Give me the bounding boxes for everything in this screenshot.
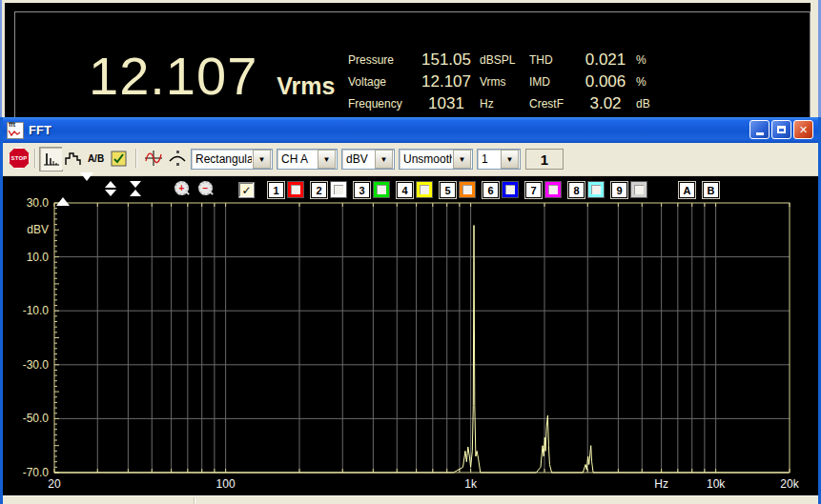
- chevron-down-icon[interactable]: ▼: [453, 150, 471, 169]
- svg-text:-10.0: -10.0: [23, 304, 50, 317]
- overlay-curve-3-button[interactable]: 3: [354, 182, 370, 198]
- overlay-curve-7-color-swatch[interactable]: [545, 182, 561, 197]
- svg-text:-30.0: -30.0: [23, 358, 50, 372]
- chevron-down-icon[interactable]: ▼: [501, 150, 519, 169]
- meas-label-row1: Voltage: [348, 75, 415, 89]
- svg-text:dBV: dBV: [27, 223, 49, 236]
- overlay-curve-7-button[interactable]: 7: [525, 182, 542, 198]
- fft-app-icon: fft: [7, 122, 24, 139]
- title-bar[interactable]: fft FFT ✕: [3, 117, 818, 143]
- meas-value2-row1: 0.006: [577, 72, 634, 91]
- meas-unit2-row2: dB: [634, 97, 663, 111]
- ab-compare-icon[interactable]: A/B: [85, 147, 107, 170]
- meas-value-row1: 12.107: [415, 72, 478, 91]
- overlay-curve-5-button[interactable]: 5: [440, 182, 456, 198]
- svg-text:100: 100: [216, 477, 236, 491]
- expand-scale-icon[interactable]: [105, 181, 116, 196]
- overlay-curve-5-color-swatch[interactable]: [460, 182, 475, 197]
- meas-unit2-row1: %: [634, 75, 663, 89]
- fit-scale-icon[interactable]: [166, 147, 188, 170]
- svg-text:-50.0: -50.0: [23, 412, 50, 425]
- chevron-down-icon[interactable]: ▼: [253, 150, 271, 169]
- toolbar-separator: [34, 149, 36, 168]
- overlay-curve-8-color-swatch[interactable]: [588, 182, 604, 197]
- svg-text:-70.0: -70.0: [23, 466, 50, 479]
- magnitude-units-combo[interactable]: dBV▼: [341, 149, 395, 170]
- overlay-curve-6-button[interactable]: 6: [482, 182, 499, 198]
- meas-label-row0: Pressure: [348, 53, 415, 67]
- measurement-grid: Pressure151.05dBSPLTHD0.021%Voltage12.10…: [348, 49, 663, 114]
- meas-label2-row2: CrestF: [529, 97, 577, 111]
- overlay-curve-9-button[interactable]: 9: [611, 182, 627, 198]
- svg-text:30.0: 30.0: [27, 196, 50, 210]
- meas-label-row2: Frequency: [348, 97, 415, 111]
- minimize-button[interactable]: [749, 120, 770, 139]
- overlay-curve-4-color-swatch[interactable]: [417, 182, 432, 197]
- parent-window-border-left: [0, 0, 2, 117]
- average-count-box: 1: [525, 149, 564, 170]
- stop-button[interactable]: STOP: [9, 148, 30, 169]
- compress-scale-icon[interactable]: [130, 181, 141, 196]
- spectrum-bars-icon[interactable]: [39, 147, 63, 171]
- overlay-curve-9-color-swatch[interactable]: [631, 182, 647, 197]
- meter-display: 12.107 Vrms Pressure151.05dBSPLTHD0.021%…: [5, 3, 811, 117]
- meter-panel-window: 12.107 Vrms Pressure151.05dBSPLTHD0.021%…: [0, 0, 821, 117]
- svg-text:10k: 10k: [707, 477, 726, 491]
- meas-value2-row2: 3.02: [577, 94, 634, 113]
- meas-value-row2: 1031: [415, 94, 478, 113]
- overlay-curve-8-button[interactable]: 8: [568, 182, 585, 198]
- meas-label2-row0: THD: [529, 53, 577, 67]
- fft-window: fft FFT ✕ STOP A/B: [0, 117, 821, 504]
- meas-value2-row0: 0.021: [577, 50, 634, 70]
- main-reading: 12.107 Vrms: [89, 45, 335, 107]
- screen: 12.107 Vrms Pressure151.05dBSPLTHD0.021%…: [0, 0, 821, 504]
- overlay-checkbox[interactable]: ✓: [238, 181, 255, 198]
- channel-combo[interactable]: CH A▼: [277, 149, 338, 170]
- measurement-setup-icon[interactable]: [108, 147, 130, 170]
- maximize-button[interactable]: [771, 120, 791, 139]
- chart-controls-row: + − ✓ 123456789 A B: [3, 181, 818, 198]
- main-reading-value: 12.107: [89, 45, 257, 107]
- toolbar: STOP A/B Rectangular▼ CH A: [3, 143, 818, 176]
- scroll-up-icon[interactable]: [56, 181, 70, 198]
- chevron-down-icon[interactable]: ▼: [318, 150, 336, 169]
- window-title: FFT: [29, 123, 51, 137]
- overlay-curve-4-button[interactable]: 4: [397, 182, 413, 198]
- overlay-curve-3-color-swatch[interactable]: [374, 182, 389, 197]
- time-record-icon[interactable]: [142, 147, 164, 170]
- averaging-combo[interactable]: 1▼: [477, 149, 521, 170]
- scroll-down-icon[interactable]: [80, 181, 93, 198]
- chevron-down-icon[interactable]: ▼: [375, 150, 393, 169]
- fft-spectrum-chart[interactable]: 30.0dBV10.0-10.0-30.0-50.0-70.0201001kHz…: [3, 176, 818, 495]
- overlay-curve-2-color-swatch[interactable]: [331, 182, 346, 197]
- smoothing-combo[interactable]: Unsmoothed▼: [399, 149, 473, 170]
- meas-label2-row1: IMD: [529, 75, 577, 89]
- svg-text:Hz: Hz: [654, 477, 668, 491]
- overlay-curve-1-color-swatch[interactable]: [288, 182, 303, 197]
- overlay-curve-2-button[interactable]: 2: [311, 182, 327, 198]
- status-bar: [3, 495, 818, 504]
- chart-client-area: 30.0dBV10.0-10.0-30.0-50.0-70.0201001kHz…: [3, 176, 818, 495]
- svg-text:10.0: 10.0: [27, 251, 50, 264]
- meas-value-row0: 151.05: [415, 50, 478, 70]
- svg-text:20: 20: [48, 477, 61, 491]
- close-button[interactable]: ✕: [793, 120, 813, 139]
- meas-unit-row2: Hz: [478, 97, 529, 111]
- toolbar-separator: [135, 149, 137, 168]
- fft-trace: [54, 226, 789, 474]
- meas-unit-row0: dBSPL: [478, 53, 529, 67]
- svg-text:20k: 20k: [780, 477, 799, 491]
- window-function-combo[interactable]: Rectangular▼: [191, 149, 273, 170]
- meas-unit-row1: Vrms: [478, 75, 529, 89]
- main-reading-unit: Vrms: [277, 72, 335, 100]
- status-bar-divider: [194, 497, 195, 504]
- overlay-curve-6-color-swatch[interactable]: [503, 182, 518, 197]
- meas-unit2-row0: %: [634, 53, 663, 67]
- svg-text:1k: 1k: [464, 477, 478, 491]
- octave-band-icon[interactable]: [62, 147, 84, 170]
- overlay-a-button[interactable]: A: [679, 182, 695, 198]
- overlay-curve-1-button[interactable]: 1: [268, 182, 284, 198]
- overlay-b-button[interactable]: B: [703, 182, 719, 198]
